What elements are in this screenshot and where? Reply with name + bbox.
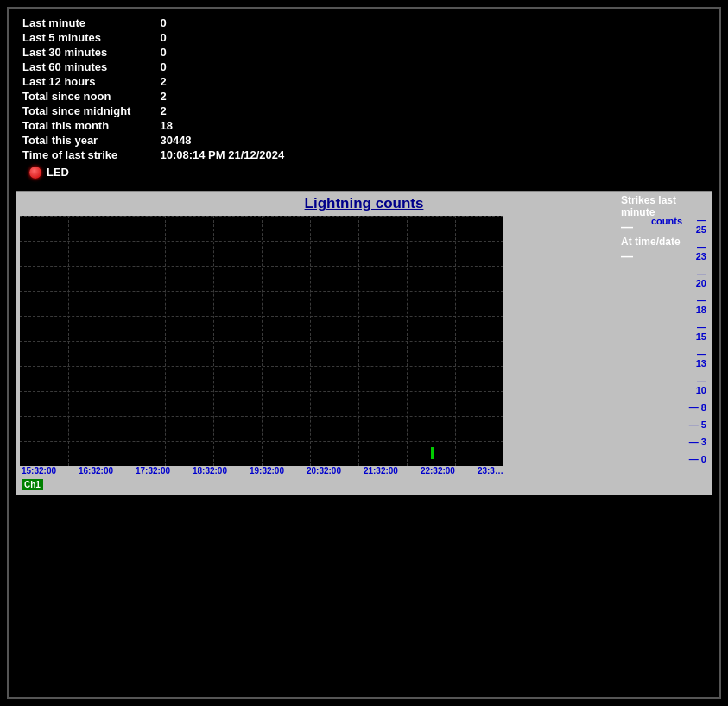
grid-line-v	[310, 216, 311, 466]
led-row: LED	[29, 166, 709, 179]
x-tick: 16:32:00	[79, 466, 113, 476]
y-tick: — 8	[684, 403, 708, 413]
stats-row: Time of last strike10:08:14 PM 21/12/202…	[19, 148, 288, 162]
stats-label: Total this year	[19, 133, 156, 148]
x-tick: 18:32:00	[193, 466, 227, 476]
chart-main: counts 15:32:0016:32:0017:32:0018:32:001…	[20, 216, 684, 491]
grid-line-v	[455, 216, 456, 466]
stats-row: Last 12 hours2	[19, 74, 288, 89]
stats-value: 30448	[156, 133, 288, 148]
y-tick: — 13	[684, 350, 708, 369]
stats-value: 2	[156, 74, 288, 89]
strike-bar	[431, 447, 434, 459]
stats-value: 0	[156, 45, 288, 60]
led-icon	[29, 167, 41, 179]
stats-label: Last minute	[19, 16, 156, 30]
stats-row: Last 5 minutes0	[19, 30, 288, 45]
x-tick: 17:32:00	[136, 466, 170, 476]
stats-row: Last minute0	[19, 16, 288, 30]
grid-line-v	[68, 216, 69, 466]
stats-value: 10:08:14 PM 21/12/2024	[156, 148, 288, 162]
stats-row: Last 30 minutes0	[19, 45, 288, 60]
chart-canvas	[20, 216, 503, 466]
x-axis: 15:32:0016:32:0017:32:0018:32:0019:32:00…	[20, 466, 503, 476]
stats-label: Time of last strike	[19, 148, 156, 162]
y-tick: — 10	[684, 376, 708, 395]
stats-label: Last 12 hours	[19, 74, 156, 89]
stats-value: 0	[156, 60, 288, 74]
y-tick: — 3	[684, 438, 708, 447]
grid-line-v	[358, 216, 359, 466]
stats-label: Total this month	[19, 118, 156, 133]
stats-table: Last minute0Last 5 minutes0Last 30 minut…	[19, 16, 288, 162]
grid-line-v	[407, 216, 408, 466]
chart-outer: Lightning counts counts 15:32:0016:32:00…	[16, 191, 712, 495]
right-info-panel: Strikes last minute — At time/date —	[621, 194, 707, 265]
strikes-dash: —	[621, 220, 707, 234]
grid-line-v	[165, 216, 166, 466]
stats-label: Last 30 minutes	[19, 45, 156, 60]
y-tick: — 15	[684, 323, 708, 342]
at-time-date-label: At time/date	[621, 236, 707, 248]
x-tick: 21:32:00	[364, 466, 398, 476]
grid-line-v	[262, 216, 263, 466]
stats-value: 18	[156, 118, 288, 133]
stats-row: Total since noon2	[19, 89, 288, 104]
x-axis-row: 15:32:0016:32:0017:32:0018:32:0019:32:00…	[20, 466, 684, 476]
y-tick: — 18	[684, 296, 708, 315]
y-tick: — 20	[684, 269, 708, 288]
stats-label: Total since midnight	[19, 104, 156, 118]
x-tick: 20:32:00	[307, 466, 341, 476]
x-tick: 22:32:00	[421, 466, 455, 476]
stats-value: 2	[156, 104, 288, 118]
strikes-last-minute-label: Strikes last minute	[621, 194, 707, 218]
chart-title: Lightning counts	[20, 195, 708, 212]
stats-value: 0	[156, 16, 288, 30]
grid-line-v	[117, 216, 117, 466]
stats-label: Last 60 minutes	[19, 60, 156, 74]
main-container: Last minute0Last 5 minutes0Last 30 minut…	[7, 7, 721, 699]
grid-line-v	[213, 216, 214, 466]
stats-value: 0	[156, 30, 288, 45]
stats-label: Last 5 minutes	[19, 30, 156, 45]
stats-panel: Last minute0Last 5 minutes0Last 30 minut…	[9, 9, 719, 186]
ch1-label: Ch1	[20, 476, 684, 491]
stats-row: Total since midnight2	[19, 104, 288, 118]
stats-row: Total this year30448	[19, 133, 288, 148]
x-tick: 15:32:00	[22, 466, 56, 476]
chart-area-row: counts 15:32:0016:32:0017:32:0018:32:001…	[20, 216, 708, 491]
y-tick: — 0	[684, 455, 708, 464]
stats-value: 2	[156, 89, 288, 104]
stats-row: Last 60 minutes0	[19, 60, 288, 74]
x-tick: 19:32:00	[250, 466, 284, 476]
at-time-dash: —	[621, 249, 707, 263]
stats-row: Total this month18	[19, 118, 288, 133]
y-tick: — 5	[684, 420, 708, 430]
x-tick: 23:3…	[478, 466, 503, 476]
stats-label: Total since noon	[19, 89, 156, 104]
led-label: LED	[47, 166, 69, 179]
